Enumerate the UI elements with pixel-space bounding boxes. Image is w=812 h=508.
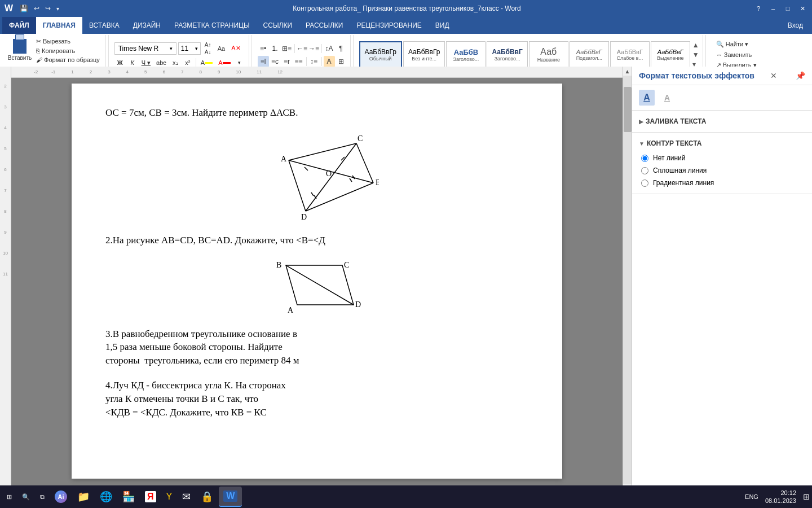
- tab-references[interactable]: ССЫЛКИ: [257, 17, 299, 34]
- align-justify[interactable]: ≡≡: [293, 56, 304, 67]
- style-heading1[interactable]: АаБбВ Заголово...: [446, 41, 486, 68]
- scrollbar-right[interactable]: ▲ ▼: [623, 67, 632, 493]
- scroll-thumb[interactable]: [624, 87, 632, 132]
- show-formatting[interactable]: ¶: [336, 43, 347, 54]
- scroll-track[interactable]: [623, 76, 632, 484]
- font-case-button[interactable]: Aa: [215, 43, 227, 54]
- quick-access-dropdown[interactable]: ▾: [55, 5, 60, 13]
- restore-btn[interactable]: □: [783, 3, 793, 14]
- document-scroll-area[interactable]: -2 -1 1 2 3 4 5 6 7 8 9 10 11 12 ОС = 7с…: [11, 67, 623, 493]
- edge-button[interactable]: 🌐: [95, 487, 117, 507]
- taskbar-right: ENG 20:12 08.01.2023 ⊞: [745, 489, 810, 505]
- replace-button[interactable]: ↔ Заменить: [714, 51, 754, 59]
- explorer-button[interactable]: 📁: [73, 487, 94, 507]
- save-icon[interactable]: 💾: [19, 3, 29, 14]
- divider-3: [353, 35, 354, 69]
- solid-line-option[interactable]: Сплошная линия: [641, 167, 805, 174]
- sort-button[interactable]: ↕A: [324, 43, 335, 54]
- minimize-btn[interactable]: –: [768, 3, 778, 14]
- fill-section: ▶ ЗАЛИВКА ТЕКСТА: [632, 111, 812, 133]
- help-icon[interactable]: ?: [753, 3, 764, 14]
- styles-down[interactable]: ▼: [692, 51, 699, 59]
- redo-icon[interactable]: ↪: [44, 3, 52, 14]
- align-left[interactable]: ≡l: [258, 56, 269, 67]
- tab-view[interactable]: ВИД: [429, 17, 456, 34]
- start-button[interactable]: ⊞: [2, 487, 16, 507]
- style-subtle-emphasis[interactable]: АаБбВвГ Слабое в...: [610, 41, 650, 68]
- undo-icon[interactable]: ↩: [33, 3, 41, 14]
- tab-review[interactable]: РЕЦЕНЗИРОВАНИЕ: [350, 17, 428, 34]
- gradient-line-label: Градиентная линия: [653, 179, 714, 187]
- align-center[interactable]: ≡c: [270, 56, 281, 67]
- styles-up[interactable]: ▲: [692, 41, 699, 49]
- notification-area[interactable]: ⊞: [803, 492, 810, 501]
- no-lines-radio[interactable]: [641, 155, 648, 162]
- align-right[interactable]: ≡r: [281, 56, 293, 67]
- numbering-button[interactable]: 1.: [270, 43, 281, 54]
- style-title[interactable]: Ааб Название: [529, 41, 568, 68]
- styles-gallery: АаБбВвГр Обычный АаБбВвГр Без инте... Аа…: [359, 41, 690, 68]
- tab-file[interactable]: ФАЙЛ: [2, 17, 36, 34]
- paste-button[interactable]: Вставить: [6, 36, 34, 63]
- panel-close-button[interactable]: ✕: [770, 71, 777, 80]
- close-btn[interactable]: ✕: [797, 3, 807, 14]
- fill-section-header[interactable]: ▶ ЗАЛИВКА ТЕКСТА: [639, 115, 805, 128]
- style-emphasis[interactable]: АаБбВвГ Выделение: [651, 41, 690, 68]
- word-button[interactable]: W: [219, 487, 242, 507]
- gradient-line-option[interactable]: Градиентная линия: [641, 179, 805, 187]
- style-normal[interactable]: АаБбВвГр Обычный: [359, 41, 402, 68]
- lang-indicator[interactable]: ENG: [745, 493, 758, 500]
- shading-button[interactable]: A: [324, 56, 335, 67]
- font-size-increase[interactable]: A↑: [202, 41, 214, 48]
- font-size-decrease[interactable]: A↓: [202, 49, 214, 55]
- problem2-text: 2.На рисунке АВ=CD, ВС=АD. Докажите, что…: [105, 234, 528, 247]
- document-page[interactable]: ОС = 7см, СВ = 3см. Найдите периметр ΔАС…: [72, 84, 562, 479]
- no-lines-option[interactable]: Нет линий: [641, 154, 805, 162]
- tab-layout[interactable]: РАЗМЕТКА СТРАНИЦЫ: [167, 17, 257, 34]
- taskview-button[interactable]: ⧉: [36, 487, 49, 507]
- search-button[interactable]: 🔍: [17, 487, 34, 507]
- text-fill-icon[interactable]: A: [639, 90, 655, 106]
- scroll-up-arrow[interactable]: ▲: [623, 67, 632, 76]
- font-name-dropdown[interactable]: Times New R ▾: [114, 42, 176, 55]
- style-no-spacing[interactable]: АаБбВвГр Без инте...: [403, 41, 445, 68]
- main-area: 2 3 4 5 6 7 8 9 10 11 -2 -1 1 2 3 4 5 6 …: [0, 67, 632, 493]
- ruler-mark-9: 9: [4, 230, 6, 235]
- bullets-button[interactable]: ≡•: [258, 43, 269, 54]
- gradient-line-radio[interactable]: [641, 179, 648, 187]
- yandex-button[interactable]: Я: [140, 487, 161, 507]
- format-painter-button[interactable]: 🖌 Формат по образцу: [34, 56, 102, 64]
- cortana-button[interactable]: Ai: [50, 487, 72, 507]
- problem4-text: 4.Луч КД - биссектриса угла К. На сторон…: [105, 379, 528, 419]
- yabrowser-button[interactable]: Y: [162, 487, 177, 507]
- panel-pin-button[interactable]: 📌: [796, 71, 805, 80]
- outline-section-header[interactable]: ▼ КОНТУР ТЕКСТА: [639, 137, 805, 150]
- mail-button[interactable]: ✉: [178, 487, 195, 507]
- cut-button[interactable]: ✂ Вырезать: [34, 37, 102, 46]
- style-heading2[interactable]: АаБбВвГ Заголово...: [487, 41, 527, 68]
- tab-insert[interactable]: ВСТАВКА: [82, 17, 126, 34]
- panel-title: Формат текстовых эффектов: [639, 71, 754, 80]
- store-button[interactable]: 🏪: [118, 487, 139, 507]
- taskbar-clock: 20:12 08.01.2023: [761, 489, 801, 505]
- yandex-icon: Я: [145, 491, 156, 502]
- tab-design[interactable]: ДИЗАЙН: [126, 17, 167, 34]
- borders-button[interactable]: ⊞: [336, 56, 347, 67]
- indent-increase[interactable]: →≡: [308, 43, 320, 54]
- svg-text:D: D: [355, 300, 361, 309]
- multilevel-list-button[interactable]: ⊞≡: [281, 43, 293, 54]
- line-spacing[interactable]: ↕≡: [308, 56, 320, 67]
- copy-button[interactable]: ⎘ Копировать: [34, 47, 102, 55]
- style-subtitle[interactable]: АаБбВвГ Подзагол...: [570, 41, 609, 68]
- ribbon-tabs: ФАЙЛ ГЛАВНАЯ ВСТАВКА ДИЗАЙН РАЗМЕТКА СТР…: [0, 17, 812, 34]
- solid-line-radio[interactable]: [641, 167, 648, 174]
- tab-home[interactable]: ГЛАВНАЯ: [36, 17, 82, 34]
- vpn-button[interactable]: 🔒: [196, 487, 218, 507]
- text-effects-icon[interactable]: A: [659, 90, 675, 106]
- indent-decrease[interactable]: ←≡: [297, 43, 308, 54]
- tab-mailings[interactable]: РАССЫЛКИ: [299, 17, 350, 34]
- clear-format-button[interactable]: A✕: [229, 43, 242, 54]
- signin-link[interactable]: Вход: [781, 21, 810, 29]
- font-size-dropdown[interactable]: 11 ▾: [178, 42, 201, 55]
- find-button[interactable]: 🔍 Найти ▾: [714, 40, 751, 49]
